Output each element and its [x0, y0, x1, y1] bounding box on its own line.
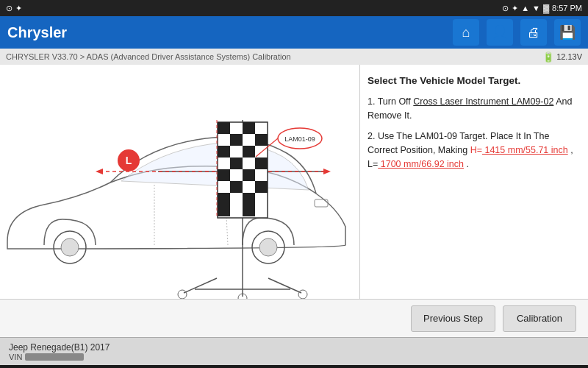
svg-marker-34	[323, 169, 331, 174]
step1-instrument: Cross Laser Instrument LAM09-02	[413, 96, 553, 107]
svg-rect-29	[218, 205, 230, 216]
svg-rect-16	[243, 122, 255, 134]
svg-point-1	[61, 238, 79, 256]
battery-icon: ▓	[543, 4, 549, 13]
svg-rect-26	[255, 181, 268, 193]
home-button[interactable]: ⌂	[453, 19, 479, 46]
svg-rect-23	[218, 169, 230, 181]
svg-rect-17	[230, 134, 243, 146]
signal-bars-icon: ▼	[532, 4, 540, 13]
status-right: ⊙ ✦ ▲ ▼ ▓ 8:57 PM	[502, 4, 582, 13]
voltage-value: 12.13V	[556, 52, 582, 61]
vin-row: VIN	[9, 353, 110, 361]
svg-rect-15	[218, 122, 230, 134]
svg-point-3	[259, 238, 277, 256]
svg-rect-22	[255, 158, 268, 169]
app-title: Chrysler	[7, 24, 445, 41]
previous-step-button[interactable]: Previous Step	[411, 305, 495, 332]
calibration-diagram: L LAM01-09	[0, 65, 360, 299]
svg-rect-24	[243, 169, 255, 181]
step2: 2. Use The LAM01-09 Target. Place It In …	[368, 130, 581, 172]
diagram-area: L LAM01-09	[0, 65, 360, 299]
action-bar: Previous Step Calibration	[0, 299, 588, 337]
vin-value-masked	[25, 353, 84, 361]
step2-h-value: 1415 mm/55.71 inch	[482, 145, 568, 155]
svg-line-7	[184, 278, 217, 293]
svg-rect-25	[230, 181, 243, 193]
step2-suffix: .	[464, 159, 469, 169]
breadcrumb-text: CHRYSLER V33.70 > ADAS (Advanced Driver …	[6, 52, 291, 61]
step1-prefix: 1. Turn Off	[368, 96, 413, 107]
step2-h-label: H=	[470, 145, 482, 155]
vin-label: VIN	[9, 353, 22, 361]
android-icon: ⊙	[6, 4, 12, 13]
svg-text:L: L	[126, 155, 132, 166]
calibration-button[interactable]: Calibration	[503, 305, 576, 332]
svg-rect-28	[243, 193, 255, 205]
time-display: 8:57 PM	[552, 4, 582, 13]
step2-l-value: 1700 mm/66.92 inch	[378, 159, 464, 169]
status-bar: ⊙ ✦ ⊙ ✦ ▲ ▼ ▓ 8:57 PM	[0, 0, 588, 16]
step1: 1. Turn Off Cross Laser Instrument LAM09…	[368, 95, 581, 124]
svg-rect-27	[218, 193, 230, 205]
instructions-panel: Select The Vehicle Model Target. 1. Turn…	[360, 65, 588, 299]
info-bar: Jeep Renegade(B1) 2017 VIN	[0, 337, 588, 365]
svg-point-10	[178, 290, 187, 299]
breadcrumb: CHRYSLER V33.70 > ADAS (Advanced Driver …	[0, 49, 588, 65]
signal-icon: ✦	[15, 4, 22, 13]
svg-point-12	[298, 290, 307, 299]
header: Chrysler ⌂ 👤 🖨 💾	[0, 16, 588, 49]
svg-marker-33	[96, 169, 103, 174]
svg-text:LAM01-09: LAM01-09	[284, 135, 315, 143]
svg-rect-30	[243, 205, 255, 216]
svg-rect-18	[255, 134, 268, 146]
vehicle-model-text: Jeep Renegade(B1) 2017	[9, 342, 110, 353]
status-left: ⊙ ✦	[6, 4, 22, 13]
print-button[interactable]: 🖨	[520, 19, 547, 46]
voltage-display: 🔋 12.13V	[542, 52, 582, 63]
svg-rect-19	[218, 146, 230, 158]
main-content: L LAM01-09 Select The Vehicle Model Targ…	[0, 65, 588, 299]
location-icon: ⊙	[502, 4, 509, 13]
svg-rect-21	[230, 158, 243, 169]
bottom-nav: ↻ 🚗 🖨 ⬜ ⌂ ↩	[0, 365, 588, 368]
svg-rect-20	[243, 146, 255, 158]
save-button[interactable]: 💾	[554, 19, 581, 46]
bluetooth-icon: ✦	[512, 4, 518, 13]
user-button[interactable]: 👤	[487, 19, 513, 46]
svg-line-9	[268, 278, 301, 293]
instructions-title: Select The Vehicle Model Target.	[368, 74, 581, 89]
wifi-icon: ▲	[521, 4, 529, 13]
vehicle-model: Jeep Renegade(B1) 2017 VIN	[9, 342, 110, 361]
battery-small-icon: 🔋	[542, 52, 554, 63]
